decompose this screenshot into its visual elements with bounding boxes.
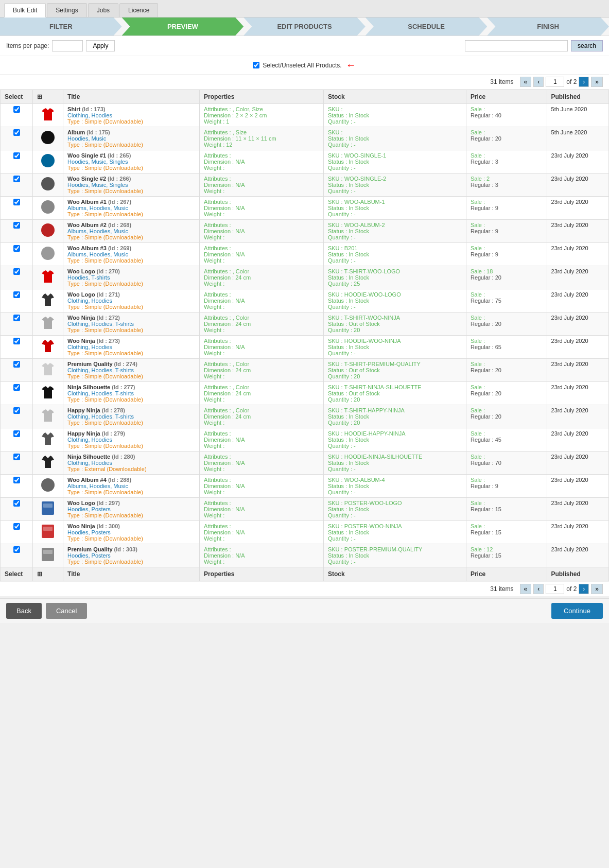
back-button[interactable]: Back [6, 603, 42, 619]
search-button[interactable]: search [571, 40, 603, 51]
row-checkbox[interactable] [13, 315, 20, 321]
select-all-checkbox[interactable] [253, 62, 259, 68]
stock-qty: Quantity : - [328, 304, 356, 310]
page-last-btn[interactable]: » [591, 77, 603, 87]
row-image-cell [33, 475, 63, 498]
pagination-top: 31 items « ‹ of 2 › » [0, 75, 609, 90]
product-name: Woo Ninja (Id : 273) [67, 338, 120, 344]
wizard-step-schedule[interactable]: SCHEDULE [366, 18, 488, 36]
row-published-cell: 23rd July 2020 [547, 452, 608, 475]
price-regular: Regular : 65 [471, 344, 501, 350]
row-title-cell: Woo Album #1 (Id : 267) Albums, Hoodies,… [63, 197, 200, 220]
row-checkbox[interactable] [13, 222, 20, 229]
tf-published: Published [547, 567, 608, 581]
page-next-btn[interactable]: › [579, 77, 589, 87]
page-input[interactable] [546, 77, 564, 87]
price-sale: Sale : [471, 361, 485, 367]
row-checkbox[interactable] [13, 199, 20, 205]
row-checkbox[interactable] [13, 338, 20, 344]
page-next-btn-bottom[interactable]: › [579, 584, 589, 594]
row-checkbox[interactable] [13, 477, 20, 483]
row-checkbox[interactable] [13, 384, 20, 391]
product-cats: Hoodies, Posters [67, 506, 195, 512]
stock-sku: SKU : POSTER-WOO-LOGO [328, 500, 402, 506]
th-title: Title [63, 90, 200, 104]
row-checkbox[interactable] [13, 454, 20, 460]
row-checkbox[interactable] [13, 430, 20, 437]
row-select-cell [1, 405, 33, 428]
row-price-cell: Sale : Regular : 9 [466, 197, 547, 220]
page-input-bottom[interactable] [546, 584, 564, 594]
wizard-step-filter[interactable]: FILTER [0, 18, 122, 36]
row-checkbox[interactable] [13, 129, 20, 136]
row-select-cell [1, 544, 33, 567]
page-last-btn-bottom[interactable]: » [591, 584, 603, 594]
page-first-btn[interactable]: « [520, 77, 532, 87]
row-checkbox[interactable] [13, 407, 20, 414]
row-checkbox[interactable] [13, 176, 20, 182]
product-name: Woo Album #2 (Id : 268) [67, 222, 131, 228]
table-row: Woo Logo (Id : 271) Clothing, Hoodies Ty… [1, 289, 609, 313]
tab-bulk-edit[interactable]: Bulk Edit [4, 3, 46, 18]
price-regular: Regular : 9 [471, 228, 498, 234]
page-prev-btn[interactable]: ‹ [533, 77, 544, 87]
wizard-step-finish[interactable]: FINISH [487, 18, 609, 36]
continue-button[interactable]: Continue [551, 603, 603, 619]
wizard-step-edit-products[interactable]: EDIT PRODUCTS [243, 18, 366, 36]
arrow-icon: ← [346, 59, 356, 71]
svg-marker-15 [42, 456, 54, 468]
wizard-step-preview[interactable]: PREVIEW [122, 18, 244, 36]
price-sale: Sale : [471, 291, 485, 298]
items-per-page-input[interactable] [52, 40, 83, 51]
tab-settings[interactable]: Settings [47, 3, 86, 17]
page-first-btn-bottom[interactable]: « [520, 584, 532, 594]
row-checkbox[interactable] [13, 268, 20, 275]
row-stock-cell: SKU : HOODIE-WOO-NINJA Status : In Stock… [323, 336, 466, 359]
cancel-button[interactable]: Cancel [46, 603, 87, 619]
row-checkbox[interactable] [13, 245, 20, 252]
row-select-cell [1, 382, 33, 405]
weight-label: Weight : [204, 188, 224, 194]
select-all-label[interactable]: Select/Unselect All Products. [253, 62, 341, 69]
product-name: Woo Ninja (Id : 300) [67, 523, 120, 529]
tab-licence[interactable]: Licence [119, 3, 158, 17]
page-prev-btn-bottom[interactable]: ‹ [533, 584, 544, 594]
table-row: Woo Single #2 (Id : 266) Hoodies, Music,… [1, 173, 609, 197]
product-cats: Clothing, Hoodies, T-shirts [67, 390, 195, 396]
row-stock-cell: SKU : WOO-ALBUM-1 Status : In Stock Quan… [323, 197, 466, 220]
product-cats: Hoodies, Music, Singles [67, 159, 195, 165]
price-sale: Sale : [471, 407, 485, 413]
row-price-cell: Sale : Regular : 65 [466, 336, 547, 359]
stock-status: Status : In Stock [328, 251, 369, 257]
row-published-cell: 23rd July 2020 [547, 336, 608, 359]
row-title-cell: Premium Quality (Id : 274) Clothing, Hoo… [63, 359, 200, 382]
row-checkbox[interactable] [13, 500, 20, 507]
row-price-cell: Sale : Regular : 15 [466, 521, 547, 544]
row-published-cell: 23rd July 2020 [547, 544, 608, 567]
row-checkbox[interactable] [13, 523, 20, 530]
search-input[interactable] [465, 40, 568, 51]
row-checkbox[interactable] [13, 152, 20, 159]
page-of: of 2 [566, 78, 577, 85]
row-checkbox[interactable] [13, 106, 20, 113]
stock-qty: Quantity : - [328, 118, 356, 125]
dim-label: Dimension : 24 cm [204, 321, 251, 327]
row-checkbox[interactable] [13, 291, 20, 298]
product-id: (Id : 279) [102, 430, 125, 437]
product-name: Woo Album #4 (Id : 288) [67, 477, 131, 483]
product-type: Type : Simple (Downloadable) [67, 559, 195, 565]
row-title-cell: Shirt (Id : 173) Clothing, Hoodies Type … [63, 104, 200, 127]
row-title-cell: Woo Ninja (Id : 273) Clothing, Hoodies T… [63, 336, 200, 359]
stock-status: Status : In Stock [328, 205, 369, 211]
dim-label: Dimension : N/A [204, 251, 245, 257]
apply-button[interactable]: Apply [86, 40, 115, 51]
row-title-cell: Ninja Silhouette (Id : 280) Clothing, Ho… [63, 452, 200, 475]
row-checkbox[interactable] [13, 546, 20, 553]
table-footer-row: Select ⊞ Title Properties Stock Price Pu… [1, 567, 609, 581]
row-stock-cell: SKU : WOO-SINGLE-2 Status : In Stock Qua… [323, 173, 466, 197]
row-checkbox[interactable] [13, 361, 20, 368]
row-select-cell [1, 127, 33, 150]
row-published-cell: 23rd July 2020 [547, 405, 608, 428]
tab-jobs[interactable]: Jobs [88, 3, 118, 17]
stock-status: Status : In Stock [328, 135, 369, 142]
